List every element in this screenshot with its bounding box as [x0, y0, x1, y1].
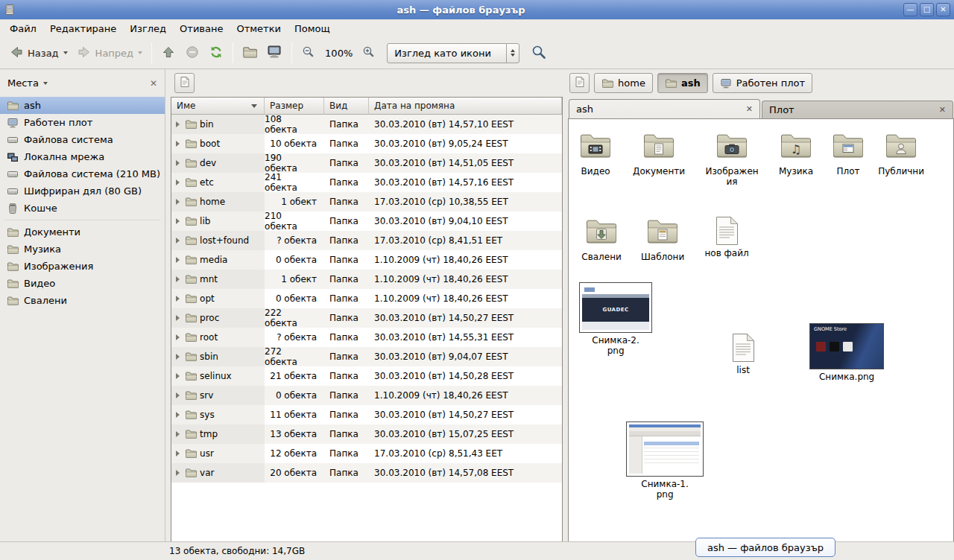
menu-bookmarks[interactable]: Отметки	[230, 21, 287, 36]
icon-item-public[interactable]: Публични	[873, 128, 929, 176]
sidebar-item-network[interactable]: Локална мрежа	[0, 148, 165, 165]
sidebar-item-music[interactable]: Музика	[0, 241, 165, 258]
icon-item-templates[interactable]: Шаблони	[634, 214, 691, 262]
back-button[interactable]: Назад	[4, 42, 72, 65]
icon-item-video[interactable]: Видео	[568, 128, 624, 176]
menu-edit[interactable]: Редактиране	[43, 21, 123, 36]
icon-item-downloads[interactable]: Свалени	[573, 214, 630, 262]
expander-icon[interactable]	[176, 238, 180, 244]
file-row-lib[interactable]: lib210 обектаПапка30.03.2010 (вт) 9,04,1…	[171, 211, 562, 231]
breadcrumb-ash[interactable]: ash	[657, 73, 708, 93]
back-history-chevron-icon[interactable]	[63, 51, 68, 54]
up-button[interactable]	[157, 42, 180, 65]
file-row-opt[interactable]: opt0 обектаПапка1.10.2009 (чт) 18,40,26 …	[171, 289, 562, 308]
maximize-button[interactable]: □	[920, 3, 934, 16]
expander-icon[interactable]	[176, 315, 180, 321]
location-toggle-button[interactable]	[569, 73, 590, 93]
sidebar-close-icon[interactable]: ✕	[150, 78, 157, 89]
home-button[interactable]	[238, 42, 262, 65]
expander-icon[interactable]	[176, 354, 180, 360]
expander-icon[interactable]	[176, 276, 180, 282]
icon-item-music[interactable]: ♫Музика	[768, 128, 824, 176]
breadcrumb-home[interactable]: home	[594, 73, 653, 93]
file-row-usr[interactable]: usr12 обектаПапка17.03.2010 (ср) 8,51,43…	[171, 444, 562, 463]
icon-item-list[interactable]: list	[715, 333, 771, 375]
tab-close-icon[interactable]: ✕	[939, 106, 946, 114]
file-row-selinux[interactable]: selinux21 обектаПапка30.03.2010 (вт) 14,…	[171, 366, 562, 386]
titlebar[interactable]: ash — файлов браузър — □ ✕	[0, 0, 954, 19]
breadcrumb-desktop[interactable]: Работен плот	[713, 73, 812, 93]
icon-item-new-file[interactable]: нов файл	[698, 216, 755, 258]
reload-button[interactable]	[204, 42, 228, 65]
tab-ash[interactable]: ash✕	[569, 99, 760, 118]
sidebar-item-encrypted-80gb[interactable]: Шифриран дял (80 GB)	[0, 182, 165, 200]
pane-splitter[interactable]	[165, 69, 171, 541]
file-row-sbin[interactable]: sbin272 обектаПапка30.03.2010 (вт) 9,04,…	[171, 347, 562, 366]
icon-item-images[interactable]: Изображен ия	[704, 128, 760, 188]
sidebar-title[interactable]: Места	[7, 77, 39, 89]
zoom-out-button[interactable]	[297, 42, 320, 65]
column-header-size[interactable]: Размер	[265, 98, 324, 115]
menu-go[interactable]: Отиване	[173, 21, 230, 36]
taskbar-window-label[interactable]: ash — файлов браузър	[695, 538, 835, 557]
file-row-root[interactable]: root? обектаПапка30.03.2010 (вт) 14,55,3…	[171, 328, 562, 347]
tab-plot[interactable]: Плот✕	[762, 101, 953, 118]
forward-button[interactable]: Напред	[72, 42, 147, 65]
tab-close-icon[interactable]: ✕	[746, 105, 753, 113]
file-row-etc[interactable]: etc241 обектаПапка30.03.2010 (вт) 14,57,…	[171, 173, 562, 192]
expander-icon[interactable]	[176, 431, 180, 437]
menu-view[interactable]: Изглед	[123, 21, 173, 36]
location-toggle-button[interactable]	[174, 73, 195, 93]
icon-item-plot[interactable]: Плот	[820, 128, 876, 176]
icon-item-snimka[interactable]: GNOME StoreСнимка.png	[807, 323, 886, 382]
expander-icon[interactable]	[176, 412, 180, 418]
file-row-srv[interactable]: srv0 обектаПапка1.10.2009 (чт) 18,40,26 …	[171, 386, 562, 405]
sidebar-item-filesystem[interactable]: Файлова система	[0, 131, 165, 148]
computer-button[interactable]	[262, 42, 287, 65]
sidebar-item-filesystem-210mb[interactable]: Файлова система (210 MB)	[0, 165, 165, 182]
file-row-tmp[interactable]: tmp13 обектаПапка30.03.2010 (вт) 15,07,2…	[171, 424, 562, 444]
expander-icon[interactable]	[176, 121, 180, 127]
file-row-bin[interactable]: bin108 обектаПапка30.03.2010 (вт) 14,57,…	[171, 115, 562, 134]
sidebar-item-downloads[interactable]: Свалени	[0, 292, 165, 309]
icon-item-documents[interactable]: Документи	[631, 128, 687, 176]
expander-icon[interactable]	[176, 334, 180, 340]
expander-icon[interactable]	[176, 179, 180, 185]
menu-file[interactable]: Файл	[3, 21, 43, 36]
file-row-var[interactable]: var20 обектаПапка30.03.2010 (вт) 14,57,0…	[171, 463, 562, 483]
file-row-proc[interactable]: proc222 обектаПапка30.03.2010 (вт) 14,50…	[171, 308, 562, 328]
view-mode-select[interactable]: Изглед като икони	[387, 43, 519, 63]
expander-icon[interactable]	[176, 199, 180, 205]
icon-view[interactable]: ВидеоДокументиИзображен ия♫МузикаПлотПуб…	[568, 118, 954, 541]
sidebar-item-ash[interactable]: ash	[0, 97, 165, 114]
file-row-media[interactable]: media0 обектаПапка1.10.2009 (чт) 18,40,2…	[171, 250, 562, 270]
minimize-button[interactable]: —	[903, 3, 917, 16]
file-row-boot[interactable]: boot10 обектаПапка30.03.2010 (вт) 9,05,2…	[171, 134, 562, 153]
sidebar-item-desktop[interactable]: Работен плот	[0, 114, 165, 131]
expander-icon[interactable]	[176, 392, 180, 398]
icon-item-snimka-2[interactable]: GUADECСнимка-2. png	[577, 282, 654, 357]
column-header-name[interactable]: Име	[171, 98, 265, 115]
file-row-sys[interactable]: sys11 обектаПапка30.03.2010 (вт) 14,50,2…	[171, 405, 562, 424]
file-row-home[interactable]: home1 обектПапка17.03.2010 (ср) 10,38,55…	[171, 192, 562, 211]
expander-icon[interactable]	[176, 257, 180, 263]
sidebar-item-images[interactable]: Изображения	[0, 258, 165, 275]
expander-icon[interactable]	[176, 141, 180, 147]
sidebar-item-trash[interactable]: Кошче	[0, 200, 165, 217]
column-header-type[interactable]: Вид	[324, 98, 369, 115]
combo-arrows-icon[interactable]	[506, 44, 519, 63]
close-button[interactable]: ✕	[936, 3, 950, 16]
expander-icon[interactable]	[176, 296, 180, 302]
file-row-mnt[interactable]: mnt1 обектПапка1.10.2009 (чт) 18,40,26 E…	[171, 270, 562, 289]
sidebar-item-documents[interactable]: Документи	[0, 223, 165, 241]
sidebar-chevron-icon[interactable]	[43, 82, 48, 85]
menu-help[interactable]: Помощ	[288, 21, 337, 36]
expander-icon[interactable]	[176, 373, 180, 379]
sidebar-item-video[interactable]: Видео	[0, 275, 165, 292]
file-row-dev[interactable]: dev190 обектаПапка30.03.2010 (вт) 14,51,…	[171, 153, 562, 173]
column-header-modified[interactable]: Дата на промяна	[369, 98, 562, 115]
expander-icon[interactable]	[176, 470, 180, 476]
search-button[interactable]	[527, 42, 551, 65]
expander-icon[interactable]	[176, 218, 180, 224]
expander-icon[interactable]	[176, 451, 180, 456]
